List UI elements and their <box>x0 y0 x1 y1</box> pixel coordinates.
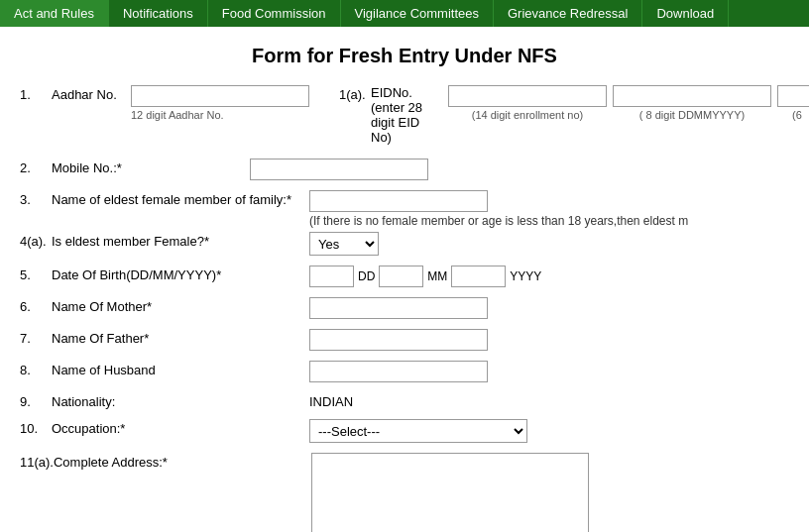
father-input[interactable] <box>309 329 488 351</box>
eid-hint2: ( 8 digit DDMMYYYY) <box>639 109 745 121</box>
nav-vigilance[interactable]: Vigilance Committees <box>341 0 494 27</box>
mother-num: 6. <box>20 297 52 314</box>
eid-enrollment-input[interactable] <box>448 85 607 107</box>
nav-download[interactable]: Download <box>642 0 729 27</box>
is-female-label: Is eldest member Female?* <box>52 232 309 249</box>
address-label: Complete Address:* <box>54 453 311 470</box>
eid-num: 1(a). <box>339 85 371 102</box>
female-member-note: (If there is no female member or age is … <box>309 214 688 228</box>
eid-date-input[interactable] <box>613 85 771 107</box>
nationality-label: Nationality: <box>52 392 309 409</box>
eid-label4: No) <box>371 130 440 145</box>
dob-mm-input[interactable] <box>379 266 423 287</box>
dob-yyyy-label: YYYY <box>510 269 541 283</box>
eid-extra-input[interactable] <box>777 85 809 107</box>
address-input[interactable] <box>311 453 589 532</box>
eid-label3: digit EID <box>371 115 440 130</box>
aadhar-hint: 12 digit Aadhar No. <box>131 109 309 121</box>
occupation-label: Occupation:* <box>52 419 309 436</box>
father-label: Name Of Father* <box>52 329 309 346</box>
aadhar-num: 1. <box>20 85 52 102</box>
address-num: 11(a). <box>20 453 54 470</box>
dob-yyyy-input[interactable] <box>451 266 506 287</box>
dob-label: Date Of Birth(DD/MM/YYYY)* <box>52 266 309 282</box>
eid-label2: (enter 28 <box>371 100 440 115</box>
mother-input[interactable] <box>309 297 488 319</box>
nav-act-rules[interactable]: Act and Rules <box>0 0 109 27</box>
nationality-num: 9. <box>20 392 52 409</box>
female-member-num: 3. <box>20 190 52 207</box>
aadhar-input[interactable] <box>131 85 309 107</box>
nav-food-commission[interactable]: Food Commission <box>208 0 341 27</box>
form-container: 1. Aadhar No. 12 digit Aadhar No. 1(a). … <box>0 85 809 532</box>
mother-label: Name Of Mother* <box>52 297 309 314</box>
is-female-num: 4(a). <box>20 232 52 249</box>
dob-dd-input[interactable] <box>309 266 354 287</box>
dob-mm-label: MM <box>427 269 447 283</box>
eid-hint3: (6 <box>792 109 802 121</box>
husband-label: Name of Husband <box>52 361 309 377</box>
nav-grievance[interactable]: Grievance Redressal <box>494 0 642 27</box>
nav-notifications[interactable]: Notifications <box>109 0 208 27</box>
eid-label1: EIDNo. <box>371 85 440 100</box>
mobile-num: 2. <box>20 159 52 175</box>
nationality-value: INDIAN <box>309 392 353 409</box>
dob-dd-label: DD <box>358 269 375 283</box>
mobile-input[interactable] <box>250 159 428 180</box>
page-title: Form for Fresh Entry Under NFS <box>0 45 809 67</box>
mobile-label: Mobile No.:* <box>52 159 250 175</box>
occupation-num: 10. <box>20 419 52 436</box>
is-female-select[interactable]: Yes No <box>309 232 379 256</box>
eid-hint1: (14 digit enrollment no) <box>472 109 584 121</box>
dob-num: 5. <box>20 266 52 282</box>
occupation-select[interactable]: ---Select--- Farmer Labour Government Em… <box>309 419 527 443</box>
female-member-input[interactable] <box>309 190 488 212</box>
husband-num: 8. <box>20 361 52 377</box>
husband-input[interactable] <box>309 361 488 382</box>
navigation: Act and Rules Notifications Food Commiss… <box>0 0 809 27</box>
aadhar-label: Aadhar No. <box>52 85 131 102</box>
father-num: 7. <box>20 329 52 346</box>
female-member-label: Name of eldest female member of family:* <box>52 190 309 207</box>
